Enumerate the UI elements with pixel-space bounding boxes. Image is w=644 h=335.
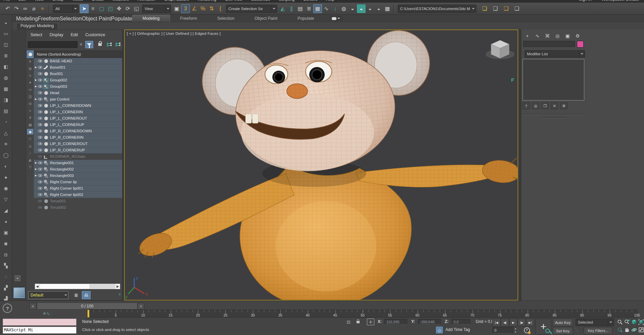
table-row[interactable]: LIP_L_CORNERUP	[34, 122, 122, 128]
table-row[interactable]: RCORNER_IKChain	[34, 153, 122, 160]
toolbar-icon[interactable]: ❏	[513, 4, 521, 13]
table-row[interactable]: Torus002	[34, 204, 122, 211]
table-row[interactable]: LIP_R_CORNERDOWN	[34, 128, 122, 134]
scroll-left-arrow[interactable]: ◀	[35, 284, 40, 289]
visibility-eye-icon[interactable]	[38, 154, 43, 159]
next-frame-button[interactable]: |▶	[518, 319, 526, 326]
exp-collapse-arrow[interactable]: ▶	[34, 174, 38, 177]
command-panel-tab[interactable]: ▣	[564, 32, 572, 40]
zoom-all-icon[interactable]	[624, 318, 631, 326]
toolbar-icon[interactable]: ◒	[366, 4, 374, 13]
table-row[interactable]: LIP_R_CORNEROUT	[34, 141, 122, 147]
explorer-preset-dropdown[interactable]: Default	[28, 291, 68, 299]
visibility-eye-icon[interactable]	[38, 129, 43, 133]
table-row[interactable]: LIP_L_CORNERDOWN	[34, 103, 122, 109]
exp-collapse-arrow[interactable]: ▶	[34, 161, 38, 164]
table-row[interactable]: Right Corner lip002	[34, 192, 122, 198]
table-row[interactable]: ▶ Rectangle001	[34, 160, 122, 166]
visibility-eye-icon[interactable]	[38, 104, 43, 108]
menu-item[interactable]: Content	[303, 0, 317, 2]
maximize-viewport-icon[interactable]	[638, 326, 644, 334]
toolbar-icon[interactable]: ∿	[322, 4, 331, 13]
zoom-icon[interactable]	[616, 318, 624, 326]
toolbar-icon[interactable]: ⌀	[30, 4, 38, 13]
polygon-modeling-panel-tab[interactable]: Polygon Modeling	[16, 23, 58, 30]
command-panel-tab[interactable]: ⌘	[543, 32, 551, 40]
time-slider-prev-button[interactable]: <	[30, 303, 36, 310]
left-toolbar-icon[interactable]: ◍	[2, 74, 10, 81]
command-panel-tab[interactable]: ⚙	[574, 32, 582, 40]
left-toolbar-icon[interactable]: ◒	[2, 19, 10, 26]
display-filter-icon[interactable]: ≡	[27, 59, 33, 64]
table-row[interactable]: Right Corner lip	[34, 179, 122, 185]
explorer-menu-item[interactable]: Customize	[85, 32, 105, 37]
toolbar-icon[interactable]: ⟳	[123, 4, 132, 13]
sort-by-hierarchy-icon[interactable]: 品	[82, 291, 91, 299]
visibility-eye-icon[interactable]	[38, 78, 43, 82]
time-configuration-icon[interactable]	[524, 327, 530, 333]
toolbar-icon[interactable]: ❏	[480, 4, 489, 13]
display-filter-icon[interactable]: ▽	[27, 164, 33, 170]
toolbar-icon[interactable]: %	[199, 4, 207, 13]
toolbar-icon[interactable]: ◒	[357, 4, 366, 13]
toolbar-icon[interactable]: ∞	[21, 4, 30, 13]
stack-button-icon[interactable]: ⚙	[560, 103, 568, 109]
expand-tree-icon[interactable]	[105, 41, 113, 48]
menu-item[interactable]: Sign In	[579, 0, 591, 2]
visibility-eye-icon[interactable]	[38, 193, 43, 197]
toolbar-icon[interactable]: ↷	[12, 4, 21, 13]
toolbar-icon[interactable]: ↶	[3, 4, 12, 13]
track-bar-ruler[interactable]: 0510152025303540455055606570758085909510…	[88, 310, 637, 318]
display-filter-icon[interactable]: ⊙	[27, 101, 33, 106]
key-set-dropdown[interactable]: Selected	[576, 319, 614, 326]
project-folder-dropdown[interactable]: C:\Users\ESTACION1\Documents\3ds Max 202…	[398, 5, 476, 13]
left-toolbar-icon[interactable]: ▚	[2, 262, 10, 269]
stack-button-icon[interactable]: ❐	[541, 103, 549, 109]
viewport-label[interactable]: [ + ] [ Orthographic ] [ User Defined ] …	[127, 31, 221, 36]
play-button[interactable]: ▶	[509, 319, 518, 326]
table-row[interactable]: ▶ Bone001	[34, 64, 122, 71]
table-row[interactable]: ▶ Group002	[34, 77, 122, 83]
auto-key-button[interactable]: Auto Key	[553, 319, 573, 326]
left-toolbar-icon[interactable]: ◨	[2, 96, 10, 104]
exp-collapse-arrow[interactable]: ▶	[34, 168, 38, 171]
help-icon[interactable]: ?	[3, 304, 12, 313]
left-toolbar-icon[interactable]: ◙	[2, 240, 10, 247]
visibility-eye-icon[interactable]	[38, 199, 43, 203]
visibility-eye-icon[interactable]	[38, 91, 43, 95]
left-toolbar-icon[interactable]: ◯	[2, 151, 10, 159]
display-color-swatch[interactable]	[13, 287, 25, 298]
selection-filter-dropdown[interactable]: All	[53, 5, 78, 13]
exp-collapse-arrow[interactable]: ▶	[34, 79, 38, 81]
mini-curve-editor-button[interactable]: ≡∿	[42, 310, 52, 317]
set-keys-button[interactable]: +	[535, 319, 551, 335]
select-all-radio[interactable]	[27, 51, 34, 58]
display-filter-icon[interactable]: ◎	[27, 66, 33, 71]
display-filter-icon[interactable]: #	[27, 115, 33, 120]
z-coordinate-field[interactable]: 0,0	[451, 319, 470, 325]
explorer-menu-item[interactable]: Select	[31, 32, 42, 37]
table-row[interactable]: LIP_R_CORNERUP	[34, 147, 122, 153]
table-row[interactable]: LIP_L_CORNEROUT	[34, 115, 122, 122]
reference-coordinate-dropdown[interactable]: View	[142, 5, 171, 13]
left-toolbar-icon[interactable]: ◕	[2, 218, 10, 225]
x-coordinate-field[interactable]: 116,995	[384, 319, 407, 325]
add-time-tag[interactable]: Add Time Tag	[445, 327, 470, 332]
current-frame-field[interactable]: 0	[492, 327, 519, 334]
name-column-header[interactable]: Name (Sorted Ascending)	[34, 51, 122, 58]
more-options-chevron[interactable]: »	[118, 292, 120, 296]
table-row[interactable]: ▶ Rectangle002	[34, 166, 122, 173]
display-filter-icon[interactable]: ◭	[27, 157, 33, 162]
table-row[interactable]: Torus001	[34, 198, 122, 204]
zoom-extents-all-icon[interactable]	[638, 318, 644, 326]
menu-item[interactable]: Tools	[34, 0, 44, 2]
menu-item[interactable]: Civil View	[225, 0, 243, 2]
named-selection-set-dropdown[interactable]: Create Selection Se	[226, 5, 277, 13]
modifier-list-dropdown[interactable]: Modifier List	[525, 50, 585, 58]
toolbar-icon[interactable]: ❏	[502, 4, 511, 13]
menu-item[interactable]: Customize	[251, 0, 270, 2]
table-row[interactable]: LIP_R_CORNERIN	[34, 134, 122, 141]
maxscript-mini-listener[interactable]: MAXScript Mi	[3, 327, 76, 334]
menu-item[interactable]: Help	[326, 0, 334, 2]
stack-button-icon[interactable]: ◎	[532, 103, 539, 109]
